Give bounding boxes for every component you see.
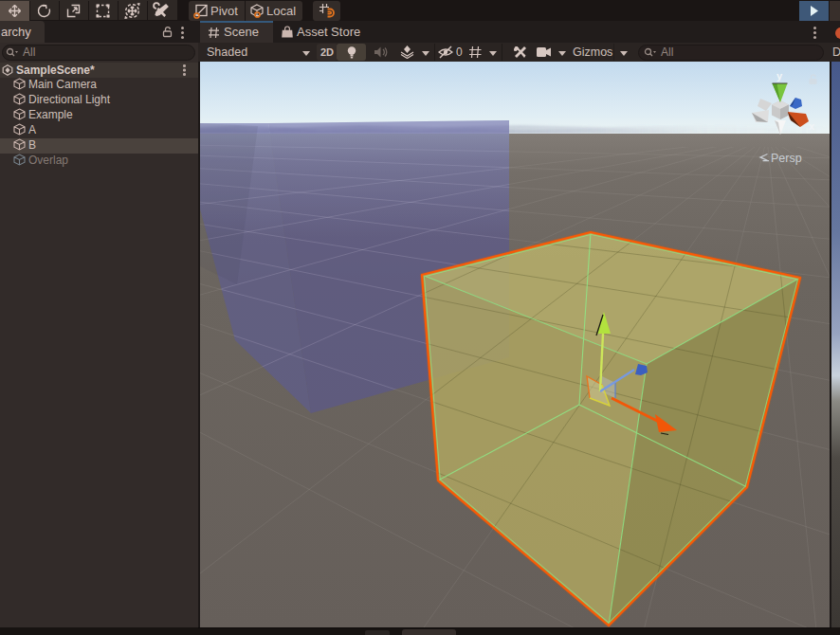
svg-text:y: y — [776, 70, 783, 82]
svg-text:x: x — [809, 120, 815, 132]
svg-text:Persp: Persp — [771, 152, 802, 165]
